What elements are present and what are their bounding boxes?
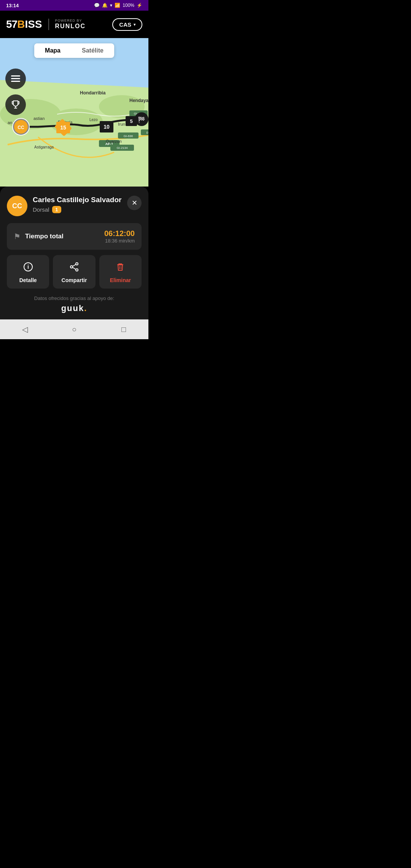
svg-point-45 bbox=[70, 266, 73, 268]
compartir-button[interactable]: Compartir bbox=[53, 255, 95, 289]
detalle-button[interactable]: i Detalle bbox=[7, 255, 49, 289]
detalle-label: Detalle bbox=[19, 277, 37, 283]
status-bar: 13:14 💬 🔔 ▾ 📶 100% ⚡ bbox=[0, 0, 148, 11]
logo-57: 57 bbox=[6, 18, 17, 30]
cas-label: CAS bbox=[119, 21, 131, 28]
map-view-toggle[interactable]: Mapa Satélite bbox=[34, 43, 114, 58]
sponsor-section: Datos ofrecidos gracias al apoyo de: guu… bbox=[7, 295, 142, 313]
logo-area: 57 B ISS Powered by RUNLOC bbox=[6, 18, 86, 30]
status-time: 13:14 bbox=[6, 3, 19, 8]
svg-text:15: 15 bbox=[60, 124, 66, 131]
satellite-tab[interactable]: Satélite bbox=[71, 43, 114, 58]
svg-text:Hondarribia: Hondarribia bbox=[80, 90, 106, 96]
time-card-left: ⚑ Tiempo total bbox=[14, 232, 64, 241]
share-icon bbox=[69, 262, 79, 274]
guuk-logo: guuk. bbox=[7, 303, 142, 313]
logo-b: B bbox=[17, 18, 25, 30]
athlete-name: Carles Castillejo Salvador bbox=[33, 196, 122, 204]
action-row: i Detalle Compartir bbox=[7, 255, 142, 289]
battery-icon: ⚡ bbox=[137, 3, 142, 8]
guuk-dot: . bbox=[84, 303, 87, 313]
wifi-icon: ▾ bbox=[110, 3, 112, 8]
svg-rect-40 bbox=[11, 81, 20, 82]
eliminar-button[interactable]: Eliminar bbox=[99, 255, 142, 289]
svg-text:10: 10 bbox=[104, 124, 110, 130]
svg-text:i: i bbox=[27, 264, 29, 270]
dorsal-label: Dorsal bbox=[33, 206, 49, 213]
svg-rect-49 bbox=[118, 263, 122, 264]
athlete-row: CC Carles Castillejo Salvador Dorsal 1 ✕ bbox=[7, 196, 142, 216]
map-tab[interactable]: Mapa bbox=[34, 43, 71, 58]
logo-iss: ISS bbox=[25, 18, 42, 30]
chevron-down-icon: ▾ bbox=[134, 22, 135, 27]
home-icon: ○ bbox=[72, 325, 76, 334]
info-icon: i bbox=[23, 262, 33, 274]
svg-text:Irun: Irun bbox=[118, 122, 125, 126]
powered-text: Powered by bbox=[55, 19, 86, 23]
whatsapp-icon: 💬 bbox=[94, 3, 100, 8]
time-main: 06:12:00 bbox=[104, 229, 135, 238]
svg-text:Oyarzun: Oyarzun bbox=[106, 139, 122, 144]
svg-rect-41 bbox=[14, 108, 17, 108]
svg-point-44 bbox=[76, 263, 78, 265]
runloc-text: RUNLOC bbox=[55, 23, 86, 30]
close-button[interactable]: ✕ bbox=[127, 196, 142, 210]
delete-icon bbox=[115, 262, 125, 274]
status-icons: 💬 🔔 ▾ 📶 100% ⚡ bbox=[94, 3, 142, 8]
home-button[interactable]: ○ bbox=[66, 323, 83, 335]
trophy-icon bbox=[11, 100, 20, 109]
svg-text:GI-2134: GI-2134 bbox=[117, 146, 128, 150]
recent-apps-button[interactable]: □ bbox=[115, 323, 132, 335]
back-icon: ◁ bbox=[22, 325, 28, 334]
time-pace: 18:36 min/km bbox=[104, 238, 135, 244]
svg-text:astian: astian bbox=[33, 116, 45, 121]
powered-by-block: Powered by RUNLOC bbox=[55, 19, 86, 29]
signal-icon: 📶 bbox=[115, 3, 120, 8]
time-card: ⚑ Tiempo total 06:12:00 18:36 min/km bbox=[7, 223, 142, 250]
athlete-avatar: CC bbox=[7, 196, 27, 216]
time-values: 06:12:00 18:36 min/km bbox=[104, 229, 135, 244]
battery-percentage: 100% bbox=[123, 3, 134, 8]
dorsal-badge: 1 bbox=[52, 206, 61, 213]
dorsal-row: Dorsal 1 bbox=[33, 206, 122, 213]
back-button[interactable]: ◁ bbox=[16, 323, 33, 335]
eliminar-label: Eliminar bbox=[110, 277, 131, 283]
flag-icon: ⚑ bbox=[14, 232, 21, 241]
compartir-label: Compartir bbox=[62, 277, 87, 283]
bottom-panel: CC Carles Castillejo Salvador Dorsal 1 ✕… bbox=[0, 187, 148, 319]
guuk-brand: guuk bbox=[61, 303, 84, 313]
bottom-nav: ◁ ○ □ bbox=[0, 319, 148, 339]
hamburger-icon bbox=[11, 75, 20, 82]
tiempo-total-label: Tiempo total bbox=[25, 233, 64, 240]
athlete-info: Carles Castillejo Salvador Dorsal 1 bbox=[33, 196, 122, 213]
sponsor-text: Datos ofrecidos gracias al apoyo de: bbox=[7, 295, 142, 301]
map-container[interactable]: AP-1 GI-636 D81 GI-636 GI-2134 Hondarrib… bbox=[0, 38, 148, 187]
svg-point-46 bbox=[76, 269, 78, 271]
svg-rect-39 bbox=[11, 78, 20, 79]
recent-icon: □ bbox=[121, 325, 126, 334]
svg-text:GI-636: GI-636 bbox=[124, 134, 133, 138]
svg-text:Hendaya: Hendaya bbox=[129, 98, 148, 103]
notification-icon: 🔔 bbox=[102, 3, 108, 8]
cas-dropdown-button[interactable]: CAS ▾ bbox=[112, 18, 142, 31]
menu-button[interactable] bbox=[5, 69, 26, 89]
app-logo: 57 B ISS bbox=[6, 18, 42, 30]
svg-text:D81: D81 bbox=[147, 131, 148, 134]
svg-text:5: 5 bbox=[130, 118, 132, 124]
app-header: 57 B ISS Powered by RUNLOC CAS ▾ bbox=[0, 11, 148, 38]
svg-text:CC: CC bbox=[18, 125, 24, 130]
svg-line-48 bbox=[73, 268, 76, 270]
svg-rect-38 bbox=[11, 75, 20, 77]
svg-text:🏁: 🏁 bbox=[138, 116, 145, 123]
svg-text:Astigarraga: Astigarraga bbox=[34, 145, 54, 149]
svg-line-47 bbox=[73, 265, 76, 266]
svg-text:Lezo: Lezo bbox=[89, 118, 98, 122]
logo-divider bbox=[48, 19, 49, 30]
rankings-button[interactable] bbox=[5, 94, 26, 115]
